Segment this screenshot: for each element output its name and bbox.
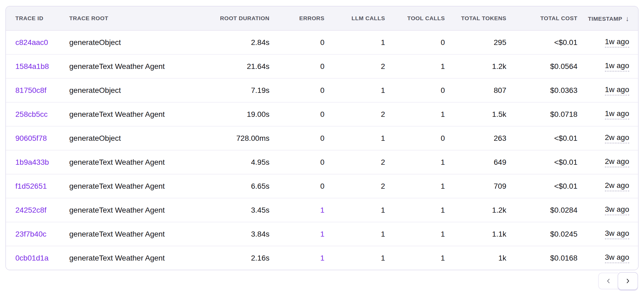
total-cost-cell: $0.0284 <box>506 198 577 222</box>
next-page-button[interactable] <box>618 272 638 290</box>
timestamp-value[interactable]: 1w ago <box>605 61 629 72</box>
trace-id-cell: f1d52651 <box>6 174 69 198</box>
root-duration-cell: 728.00ms <box>200 126 269 150</box>
timestamp-cell: 3w ago <box>577 222 639 246</box>
column-header-errors[interactable]: ERRORS <box>269 6 324 30</box>
timestamp-cell: 1w ago <box>577 54 639 78</box>
tool-calls-cell: 1 <box>385 150 445 174</box>
root-duration-cell: 21.64s <box>200 54 269 78</box>
timestamp-cell: 2w ago <box>577 174 639 198</box>
trace-id-link[interactable]: 90605f78 <box>15 134 47 142</box>
tool-calls-cell: 1 <box>385 222 445 246</box>
table-row[interactable]: 81750c8f generateObject 7.19s 0 1 0 807 … <box>6 78 639 102</box>
tool-calls-cell: 1 <box>385 102 445 126</box>
llm-calls-cell: 1 <box>324 78 385 102</box>
timestamp-value[interactable]: 1w ago <box>605 85 629 96</box>
timestamp-cell: 1w ago <box>577 30 639 54</box>
errors-cell: 1 <box>269 246 324 270</box>
llm-calls-cell: 2 <box>324 102 385 126</box>
column-header-tool-calls[interactable]: TOOL CALLS <box>385 6 445 30</box>
errors-cell: 0 <box>269 102 324 126</box>
llm-calls-cell: 2 <box>324 54 385 78</box>
total-tokens-cell: 807 <box>445 78 506 102</box>
column-header-trace-root[interactable]: TRACE ROOT <box>69 6 200 30</box>
root-duration-cell: 4.95s <box>200 150 269 174</box>
errors-value: 0 <box>320 110 324 118</box>
column-label: TIMESTAMP <box>588 16 622 22</box>
column-label: TOTAL TOKENS <box>461 15 506 21</box>
trace-root-cell: generateObject <box>69 30 200 54</box>
header-row: TRACE ID TRACE ROOT ROOT DURATION ERRORS… <box>6 6 639 30</box>
column-label: LLM CALLS <box>352 15 385 21</box>
timestamp-value[interactable]: 2w ago <box>605 157 629 167</box>
table-row[interactable]: 23f7b40c generateText Weather Agent 3.84… <box>6 222 639 246</box>
total-cost-cell: <$0.01 <box>506 150 577 174</box>
trace-id-link[interactable]: 1584a1b8 <box>15 62 49 71</box>
total-tokens-cell: 263 <box>445 126 506 150</box>
tool-calls-cell: 1 <box>385 174 445 198</box>
column-header-timestamp[interactable]: TIMESTAMP↓ <box>577 6 639 30</box>
errors-value: 1 <box>320 230 324 238</box>
trace-id-cell: 24252c8f <box>6 198 69 222</box>
errors-cell: 0 <box>269 174 324 198</box>
table-row[interactable]: 1584a1b8 generateText Weather Agent 21.6… <box>6 54 639 78</box>
timestamp-value[interactable]: 2w ago <box>605 181 629 191</box>
tool-calls-cell: 1 <box>385 246 445 270</box>
timestamp-value[interactable]: 2w ago <box>605 133 629 143</box>
timestamp-value[interactable]: 3w ago <box>605 205 629 215</box>
table-row[interactable]: 90605f78 generateObject 728.00ms 0 1 0 2… <box>6 126 639 150</box>
chevron-right-icon <box>624 277 632 285</box>
column-header-root-duration[interactable]: ROOT DURATION <box>200 6 269 30</box>
root-duration-cell: 6.65s <box>200 174 269 198</box>
timestamp-value[interactable]: 3w ago <box>605 229 629 239</box>
previous-page-button[interactable] <box>598 273 618 289</box>
root-duration-cell: 3.45s <box>200 198 269 222</box>
tool-calls-cell: 0 <box>385 78 445 102</box>
column-header-total-tokens[interactable]: TOTAL TOKENS <box>445 6 506 30</box>
column-header-trace-id[interactable]: TRACE ID <box>6 6 69 30</box>
errors-cell: 0 <box>269 126 324 150</box>
root-duration-cell: 2.16s <box>200 246 269 270</box>
column-label: TOOL CALLS <box>407 15 445 21</box>
trace-id-link[interactable]: 258cb5cc <box>15 110 48 118</box>
trace-id-link[interactable]: c824aac0 <box>15 38 48 47</box>
trace-root-cell: generateText Weather Agent <box>69 198 200 222</box>
errors-cell: 0 <box>269 54 324 78</box>
trace-id-link[interactable]: 1b9a433b <box>15 158 49 166</box>
column-header-llm-calls[interactable]: LLM CALLS <box>324 6 385 30</box>
total-tokens-cell: 1.5k <box>445 102 506 126</box>
trace-root-cell: generateObject <box>69 78 200 102</box>
total-cost-cell: $0.0245 <box>506 222 577 246</box>
total-tokens-cell: 1.2k <box>445 198 506 222</box>
table-row[interactable]: 0cb01d1a generateText Weather Agent 2.16… <box>6 246 639 270</box>
traces-table-card: TRACE ID TRACE ROOT ROOT DURATION ERRORS… <box>5 6 639 270</box>
trace-id-link[interactable]: 24252c8f <box>15 206 46 214</box>
timestamp-value[interactable]: 1w ago <box>605 37 629 48</box>
trace-root-cell: generateText Weather Agent <box>69 246 200 270</box>
column-header-total-cost[interactable]: TOTAL COST <box>506 6 577 30</box>
sort-descending-icon[interactable]: ↓ <box>625 15 629 23</box>
timestamp-value[interactable]: 3w ago <box>605 253 629 263</box>
total-cost-cell: <$0.01 <box>506 30 577 54</box>
total-tokens-cell: 1k <box>445 246 506 270</box>
table-row[interactable]: f1d52651 generateText Weather Agent 6.65… <box>6 174 639 198</box>
errors-cell: 1 <box>269 198 324 222</box>
errors-value: 1 <box>320 254 324 262</box>
total-cost-cell: $0.0168 <box>506 246 577 270</box>
table-row[interactable]: 258cb5cc generateText Weather Agent 19.0… <box>6 102 639 126</box>
llm-calls-cell: 2 <box>324 174 385 198</box>
errors-value: 0 <box>320 158 324 166</box>
trace-id-cell: c824aac0 <box>6 30 69 54</box>
trace-id-link[interactable]: 23f7b40c <box>15 230 46 238</box>
llm-calls-cell: 1 <box>324 126 385 150</box>
table-row[interactable]: c824aac0 generateObject 2.84s 0 1 0 295 … <box>6 30 639 54</box>
timestamp-value[interactable]: 1w ago <box>605 109 629 120</box>
trace-id-link[interactable]: f1d52651 <box>15 182 47 190</box>
trace-id-cell: 258cb5cc <box>6 102 69 126</box>
trace-id-cell: 90605f78 <box>6 126 69 150</box>
table-row[interactable]: 24252c8f generateText Weather Agent 3.45… <box>6 198 639 222</box>
trace-id-link[interactable]: 81750c8f <box>15 86 46 94</box>
errors-cell: 0 <box>269 78 324 102</box>
trace-id-link[interactable]: 0cb01d1a <box>15 254 49 262</box>
table-row[interactable]: 1b9a433b generateText Weather Agent 4.95… <box>6 150 639 174</box>
